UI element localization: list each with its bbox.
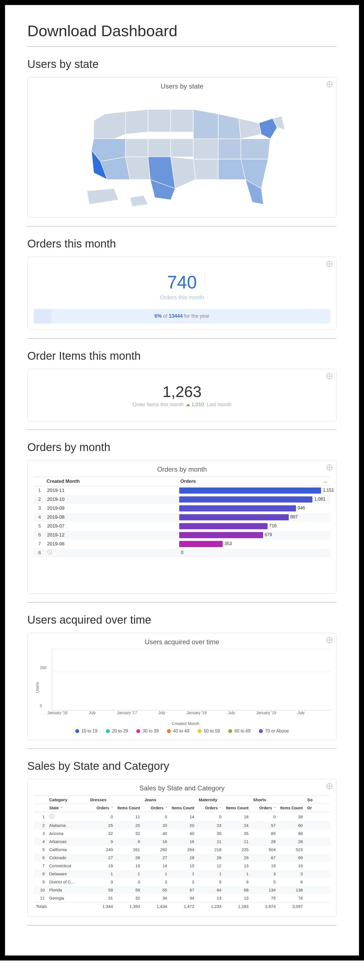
col-category-jeans[interactable]: Jeans [142,795,196,804]
col-category-partial[interactable]: So [305,795,330,804]
legend-item[interactable]: 60 to 69 [228,729,251,733]
sort-desc-icon: ˅ [220,807,221,810]
stacked-bar-chart[interactable]: 250 0 [52,649,330,711]
table-row[interactable]: 6Colorado2728272828296769 [34,854,330,862]
legend-item[interactable]: 50 to 59 [198,729,220,733]
chart-legend: 10 to 1920 to 2930 to 3940 to 4950 to 59… [34,726,330,733]
sort-desc-icon: ˅ [274,807,276,810]
orders-this-month-value: 740 [34,272,330,293]
orders-by-month-header: Created Month Orders ﹀ [34,477,330,486]
col-category[interactable]: Category [47,795,88,804]
orders-by-month-rows: 12019-111,15122019-101,08132019-09946420… [34,486,330,557]
section-heading-orders-by-month: Orders by month [27,441,337,453]
table-row[interactable]: 2Alabama2525202023245760 [34,821,330,829]
section-heading-orders-this-month: Orders this month [27,237,337,250]
null-icon [47,550,52,555]
globe-icon[interactable] [326,373,332,379]
globe-icon[interactable] [326,465,332,471]
table-row[interactable]: 12019-111,151 [34,486,330,495]
y-axis-label: Users [34,649,41,726]
sort-desc-icon: ˅ [166,807,167,810]
globe-icon[interactable] [326,637,332,643]
globe-icon[interactable] [326,261,332,267]
legend-dot-icon [228,729,232,733]
col-items-count[interactable]: Items Count [115,804,142,812]
panel-order-items: 1,263 Order Items this month 1,010 Last … [27,369,337,421]
sales-table: CategoryDressesJeansMaternityShortsSo St… [34,795,330,910]
totals-label: Totals [34,902,88,910]
panel-users-by-state: Users by state [27,77,337,218]
orders-progress-fill [34,309,51,323]
us-map-svg [73,94,291,211]
order-items-sublabel: Order Items this month 1,010 Last month [34,402,330,407]
section-heading-order-items: Order Items this month [27,350,337,362]
col-items-count[interactable]: Items Count [224,804,251,812]
legend-item[interactable]: 30 to 39 [136,729,159,733]
null-icon [49,814,54,819]
legend-dot-icon [259,729,263,733]
orders-progress-pct: 6% [155,313,162,319]
col-state[interactable]: State ˄ [47,804,88,812]
table-row[interactable]: 3Arizona3232404035358588 [34,829,330,837]
col-items-count[interactable]: Items Count [169,804,196,812]
trend-up-icon [186,403,190,406]
col-category-maternity[interactable]: Maternity [196,795,251,804]
table-row[interactable]: 8Delaware11111133 [34,870,330,878]
chevron-down-icon: ﹀ [324,480,327,485]
table-row[interactable]: 80 [34,549,330,557]
col-orders[interactable]: Orders ˅ [251,804,278,812]
panel-title-users-acquired: Users acquired over time [34,638,330,646]
col-category-dresses[interactable]: Dresses [88,795,142,804]
table-row[interactable]: 9District of C…33339956 [34,878,330,886]
table-row[interactable]: 42019-08887 [34,513,330,522]
col-items-count[interactable]: Items Count [278,804,305,812]
orders-progress-bar: 6% of 13444 for the year [34,309,330,323]
table-row[interactable]: 72019-06353 [34,539,330,549]
section-heading-users-acquired: Users acquired over time [27,614,337,626]
panel-orders-this-month: 740 Orders this month 6% of 13444 for th… [27,257,337,330]
col-created-month[interactable]: Created Month [46,479,180,484]
globe-icon[interactable] [326,783,332,789]
legend-dot-icon [106,729,110,733]
orders-progress-total: 13444 [169,313,182,319]
x-axis-ticks: January '16JulyJanuary '17JulyJanuary '1… [52,711,330,716]
section-heading-users-by-state: Users by state [27,58,337,70]
panel-sales-table: Sales by State and Category CategoryDres… [27,779,337,917]
panel-title-orders-by-month: Orders by month [34,466,330,473]
panel-orders-by-month: Orders by month Created Month Orders ﹀ 1… [27,460,337,594]
table-row[interactable]: 62019-12679 [34,531,330,539]
legend-dot-icon [198,729,201,733]
page-title: Download Dashboard [27,22,337,47]
globe-icon[interactable] [326,81,332,88]
table-row[interactable]: 11Georgia3132343413137576 [34,894,330,902]
order-items-value: 1,263 [34,383,330,401]
x-axis-label: Created Month [41,721,330,726]
legend-item[interactable]: 70 or Above [259,729,289,733]
col-orders[interactable]: Orders ˅ [196,804,224,812]
table-row[interactable]: 52019-07716 [34,522,330,531]
legend-dot-icon [75,729,79,733]
col-orders[interactable]: Orders ﹀ [180,479,329,484]
table-row[interactable]: 10Florida585965676468134138 [34,886,330,894]
col-orders[interactable]: Orders ˅ [88,804,115,812]
legend-item[interactable]: 10 to 19 [75,729,97,733]
panel-title-users-by-state: Users by state [34,83,330,90]
table-row[interactable]: 4Arkansas99161611112828 [34,837,330,846]
users-by-state-map[interactable] [34,94,330,211]
legend-item[interactable]: 40 to 49 [167,729,189,733]
panel-users-acquired: Users acquired over time Users 250 0 Jan… [27,633,337,740]
col-category-shorts[interactable]: Shorts [251,795,305,804]
col-orders-partial[interactable]: Or [305,804,330,812]
legend-dot-icon [136,729,140,733]
table-row[interactable]: 5California249261260264218225504523 [34,846,330,854]
table-row[interactable]: 7Connecticut1919141512131919 [34,862,330,870]
table-row[interactable]: 32019-09946 [34,504,330,513]
panel-title-sales-table: Sales by State and Category [34,784,330,792]
orders-this-month-label: Orders this month [34,294,330,301]
table-row[interactable]: 1011014018038 [34,812,330,821]
sort-asc-icon: ˄ [61,807,62,810]
legend-item[interactable]: 20 to 29 [106,729,128,733]
table-row[interactable]: 22019-101,081 [34,495,330,504]
col-orders[interactable]: Orders ˅ [142,804,169,812]
legend-dot-icon [167,729,171,733]
